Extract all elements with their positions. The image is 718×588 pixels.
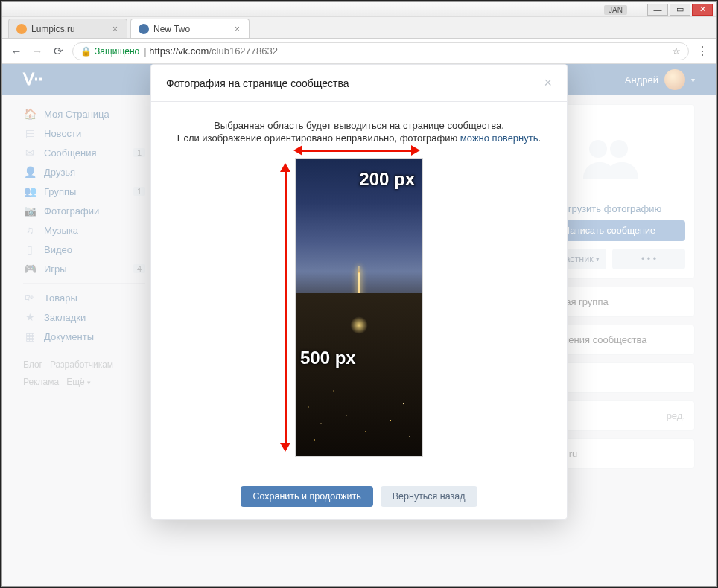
window-close-button[interactable]: ✕ (692, 4, 713, 16)
jan-pill: JAN (604, 5, 627, 15)
address-bar: ← → ⟳ 🔒 Защищено | https://vk.com/club16… (2, 39, 716, 64)
window-maximize-button[interactable]: ▭ (670, 4, 690, 16)
rotate-link[interactable]: можно повернуть (460, 132, 538, 144)
browser-window: JAN — ▭ ✕ Lumpics.ru × New Two × ← → ⟳ 🔒… (1, 1, 717, 587)
nav-forward-icon[interactable]: → (31, 45, 44, 57)
nav-reload-icon[interactable]: ⟳ (51, 45, 65, 58)
browser-tab-newtwo[interactable]: New Two × (130, 19, 250, 38)
modal-header: Фотография на странице сообщества × (151, 65, 567, 102)
crop-stage: 200 px 500 px (277, 159, 441, 456)
width-arrow (293, 145, 420, 156)
favicon-icon (16, 24, 27, 34)
url-host: https://vk.com (149, 45, 209, 57)
url-path: /club162778632 (209, 45, 278, 57)
window-minimize-button[interactable]: — (647, 4, 668, 16)
modal-title: Фотография на странице сообщества (166, 77, 349, 89)
bookmark-star-icon[interactable]: ☆ (672, 45, 681, 57)
browser-menu-icon[interactable]: ⋮ (696, 44, 708, 58)
modal-body: Выбранная область будет выводиться на ст… (151, 102, 567, 474)
height-arrow (280, 163, 290, 452)
url-input[interactable]: 🔒 Защищено | https://vk.com/club16277863… (72, 42, 689, 60)
go-back-button[interactable]: Вернуться назад (381, 486, 477, 507)
save-continue-button[interactable]: Сохранить и продолжить (241, 486, 372, 507)
tab-title: New Two (153, 24, 190, 34)
close-icon[interactable]: × (544, 75, 552, 91)
crop-image[interactable]: 200 px 500 px (296, 159, 422, 456)
tab-close-icon[interactable]: × (233, 24, 241, 34)
width-label: 200 px (359, 169, 415, 190)
modal-text-1: Выбранная область будет выводиться на ст… (172, 120, 546, 131)
vk-page: Ⅴ⋅⋅ Андрей ▾ 🏠Моя Страница▤Новости✉Сообщ… (2, 64, 716, 586)
modal-overlay: Фотография на странице сообщества × Выбр… (2, 64, 716, 586)
tab-strip: Lumpics.ru × New Two × (2, 17, 716, 39)
secure-badge: 🔒 Защищено (80, 46, 139, 57)
tab-close-icon[interactable]: × (111, 24, 119, 34)
height-label: 500 px (300, 348, 356, 368)
nav-back-icon[interactable]: ← (10, 45, 23, 57)
tab-title: Lumpics.ru (31, 24, 75, 34)
browser-tab-lumpics[interactable]: Lumpics.ru × (8, 19, 127, 38)
modal-text-2: Если изображение ориентировано неправиль… (172, 132, 546, 144)
favicon-icon (139, 24, 149, 34)
photo-crop-modal: Фотография на странице сообщества × Выбр… (150, 64, 568, 520)
secure-label: Защищено (95, 46, 139, 57)
modal-actions: Сохранить и продолжить Вернуться назад (151, 474, 567, 519)
lock-icon: 🔒 (80, 46, 92, 57)
